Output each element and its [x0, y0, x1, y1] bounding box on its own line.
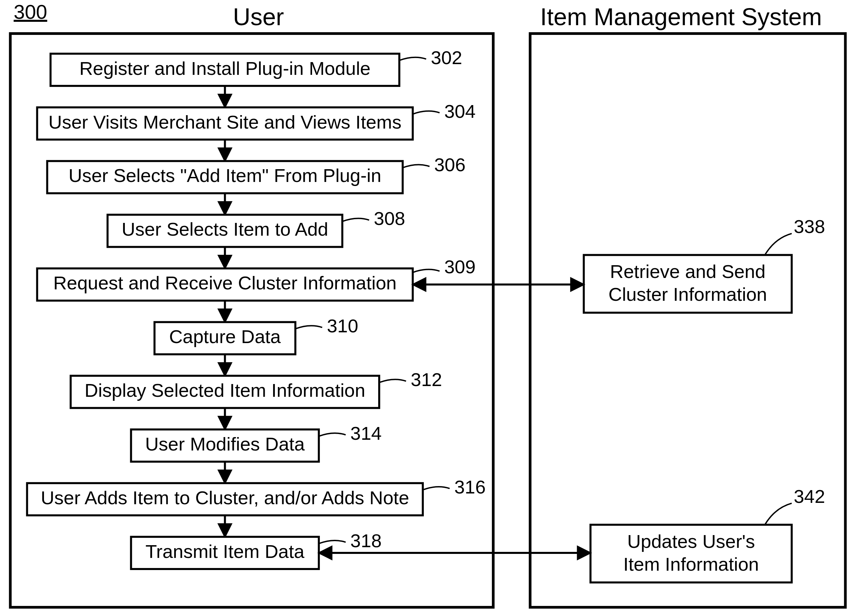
svg-text:Retrieve and Send: Retrieve and Send: [610, 261, 766, 282]
svg-text:318: 318: [350, 530, 382, 551]
svg-text:Transmit Item Data: Transmit Item Data: [145, 541, 305, 562]
svg-text:312: 312: [411, 369, 442, 390]
svg-text:Register and Install Plug-in M: Register and Install Plug-in Module: [79, 58, 370, 79]
svg-text:302: 302: [431, 47, 462, 68]
flowchart-diagram: 300 User Item Management System Register…: [0, 0, 857, 616]
step-304: User Visits Merchant Site and Views Item…: [37, 101, 476, 140]
ims-container: [530, 34, 845, 607]
svg-text:Capture Data: Capture Data: [169, 326, 281, 347]
svg-text:314: 314: [350, 423, 382, 444]
title-user: User: [233, 3, 284, 30]
svg-text:338: 338: [794, 216, 825, 237]
svg-text:User Adds Item to Cluster, and: User Adds Item to Cluster, and/or Adds N…: [40, 487, 409, 508]
svg-text:Request and Receive Cluster In: Request and Receive Cluster Information: [53, 272, 397, 293]
svg-text:Cluster Information: Cluster Information: [608, 284, 767, 305]
svg-text:316: 316: [454, 476, 486, 497]
step-318: Transmit Item Data 318: [131, 530, 382, 569]
svg-text:Item Information: Item Information: [623, 554, 759, 575]
svg-text:User Modifies Data: User Modifies Data: [145, 433, 305, 455]
step-312: Display Selected Item Information 312: [71, 369, 442, 408]
step-338: Retrieve and Send Cluster Information 33…: [584, 216, 825, 313]
svg-text:308: 308: [374, 208, 405, 229]
svg-text:Display Selected Item Informat: Display Selected Item Information: [85, 380, 365, 401]
title-ims: Item Management System: [540, 3, 822, 30]
step-308: User Selects Item to Add 308: [108, 208, 405, 247]
svg-text:User Visits Merchant Site and : User Visits Merchant Site and Views Item…: [48, 111, 401, 133]
svg-text:Updates User's: Updates User's: [627, 531, 755, 552]
svg-text:306: 306: [434, 155, 466, 176]
step-302: Register and Install Plug-in Module 302: [51, 47, 463, 86]
step-310: Capture Data 310: [154, 315, 358, 354]
svg-text:User Selects Item to Add: User Selects Item to Add: [121, 218, 328, 240]
svg-text:User Selects "Add Item" From P: User Selects "Add Item" From Plug-in: [68, 165, 381, 186]
step-309: Request and Receive Cluster Information …: [37, 256, 476, 300]
step-342: Updates User's Item Information 342: [591, 486, 825, 582]
step-314: User Modifies Data 314: [131, 423, 382, 461]
step-316: User Adds Item to Cluster, and/or Adds N…: [27, 476, 486, 515]
svg-text:309: 309: [444, 256, 475, 277]
svg-text:342: 342: [794, 486, 825, 507]
svg-text:310: 310: [327, 315, 358, 336]
figure-reference: 300: [14, 1, 47, 23]
step-306: User Selects "Add Item" From Plug-in 306: [47, 155, 466, 193]
svg-text:304: 304: [444, 101, 475, 122]
